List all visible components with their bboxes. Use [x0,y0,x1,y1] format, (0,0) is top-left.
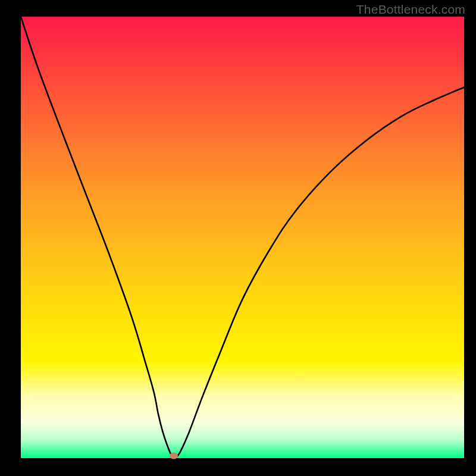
optimum-marker [170,452,178,459]
watermark-label: TheBottleneck.com [356,2,465,17]
bottleneck-curve [21,17,464,458]
chart-plot-area [21,17,464,458]
